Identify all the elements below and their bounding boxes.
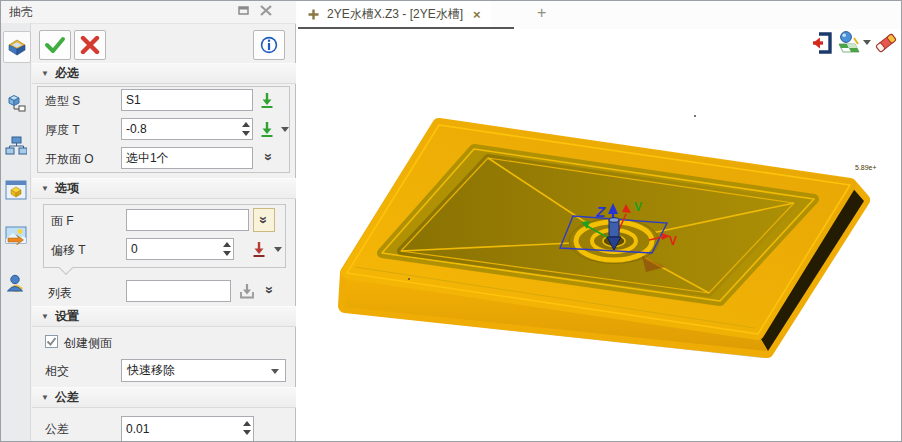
axis-v-green-label: V bbox=[634, 200, 642, 214]
thickness-dropdown-caret[interactable] bbox=[281, 127, 289, 132]
face-expand-button[interactable]: » bbox=[253, 208, 275, 232]
cross-icon bbox=[80, 36, 100, 54]
check-icon bbox=[44, 35, 66, 55]
shape-input[interactable] bbox=[121, 89, 253, 111]
axis-v-red-label: V bbox=[669, 234, 677, 248]
info-icon bbox=[259, 35, 279, 55]
thickness-input[interactable] bbox=[121, 118, 253, 140]
offset-dropdown-caret[interactable] bbox=[274, 247, 282, 252]
exit-icon[interactable] bbox=[809, 30, 835, 56]
viewport-canvas[interactable]: V V Z 5.89e+ bbox=[297, 29, 902, 442]
render-mode-caret[interactable] bbox=[863, 40, 871, 45]
sink-basin-shell-model: V V Z 5.89e+ bbox=[297, 29, 902, 442]
cube-node-icon[interactable] bbox=[3, 88, 29, 118]
info-button[interactable] bbox=[253, 30, 285, 60]
shell-feature-icon[interactable] bbox=[3, 31, 31, 63]
eraser-icon[interactable] bbox=[873, 30, 899, 56]
panel-title: 抽壳 bbox=[9, 4, 33, 21]
open-face-label: 开放面 O bbox=[45, 151, 94, 168]
cancel-button[interactable] bbox=[74, 30, 106, 60]
float-panel-icon[interactable] bbox=[237, 5, 253, 19]
section-header-required[interactable]: ▼ 必选 bbox=[32, 63, 296, 84]
thickness-label: 厚度 T bbox=[45, 122, 80, 139]
document-plus-icon bbox=[308, 9, 319, 20]
offset-input[interactable] bbox=[126, 238, 234, 260]
render-mode-icon[interactable] bbox=[837, 30, 861, 56]
save-to-list-icon[interactable] bbox=[238, 282, 256, 300]
panel-titlebar: 抽壳 bbox=[1, 1, 296, 24]
offset-label: 偏移 T bbox=[51, 242, 86, 259]
list-expand-chevron-icon[interactable]: » bbox=[261, 281, 279, 299]
ok-button[interactable] bbox=[39, 30, 71, 60]
collapse-triangle-icon: ▼ bbox=[41, 393, 49, 402]
list-label: 列表 bbox=[48, 285, 72, 302]
tolerance-input[interactable] bbox=[121, 416, 254, 442]
section-header-tolerance[interactable]: ▼ 公差 bbox=[32, 387, 296, 408]
open-face-input[interactable] bbox=[121, 147, 253, 169]
document-tab-strip: 2YE水槽X.Z3 - [2YE水槽] × bbox=[297, 1, 902, 29]
manager-sidebar bbox=[1, 23, 31, 442]
checkmark-icon bbox=[46, 336, 57, 347]
axis-z-label: Z bbox=[595, 203, 606, 220]
create-side-checkbox[interactable] bbox=[45, 335, 58, 348]
section-header-options[interactable]: ▼ 选项 bbox=[32, 178, 296, 199]
shape-label: 造型 S bbox=[45, 93, 80, 110]
expand-double-chevron-icon[interactable]: » bbox=[260, 148, 278, 166]
collapse-triangle-icon: ▼ bbox=[41, 312, 49, 321]
import-green-icon[interactable] bbox=[258, 91, 276, 109]
dropdown-caret-icon bbox=[271, 369, 279, 374]
canvas-note-label: 5.89e+ bbox=[855, 164, 877, 171]
import-red-icon[interactable] bbox=[250, 240, 268, 258]
tab-title: 2YE水槽X.Z3 - [2YE水槽] bbox=[327, 6, 463, 23]
collapse-triangle-icon: ▼ bbox=[41, 184, 49, 193]
collapse-triangle-icon: ▼ bbox=[41, 69, 49, 78]
app-window: 抽壳 bbox=[0, 0, 902, 442]
face-input[interactable] bbox=[126, 209, 249, 231]
list-input[interactable] bbox=[126, 280, 231, 302]
new-tab-button[interactable]: + bbox=[537, 4, 546, 22]
hierarchy-manager-icon[interactable] bbox=[3, 131, 29, 161]
tolerance-spinner[interactable] bbox=[240, 418, 253, 438]
image-arrow-icon[interactable] bbox=[3, 220, 29, 250]
close-panel-icon[interactable] bbox=[259, 5, 275, 19]
solid-window-icon[interactable] bbox=[3, 175, 29, 205]
thickness-spinner[interactable] bbox=[239, 119, 252, 139]
intersect-label: 相交 bbox=[45, 363, 69, 380]
create-side-label: 创建侧面 bbox=[64, 335, 112, 352]
section-header-settings[interactable]: ▼ 设置 bbox=[32, 306, 296, 327]
offset-spinner[interactable] bbox=[220, 239, 233, 259]
tab-2ye-sink[interactable]: 2YE水槽X.Z3 - [2YE水槽] × bbox=[298, 1, 491, 27]
face-label: 面 F bbox=[51, 213, 74, 230]
intersect-dropdown[interactable]: 快速移除 bbox=[121, 359, 286, 382]
tolerance-label: 公差 bbox=[45, 421, 69, 438]
tab-close-icon[interactable]: × bbox=[473, 7, 481, 22]
user-icon[interactable] bbox=[3, 268, 29, 298]
shell-command-panel: 抽壳 bbox=[1, 1, 296, 442]
import-green-icon[interactable] bbox=[258, 120, 276, 138]
